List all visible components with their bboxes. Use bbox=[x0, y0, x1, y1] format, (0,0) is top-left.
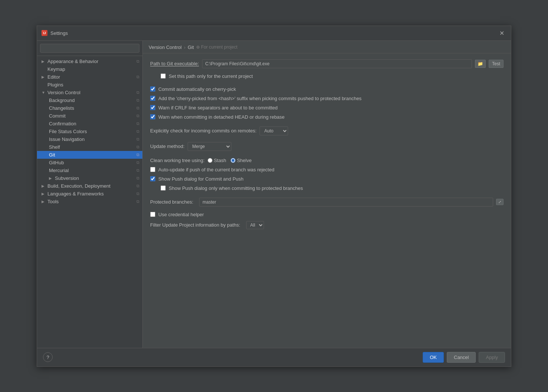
show-push-checkbox[interactable] bbox=[150, 176, 155, 181]
protected-branches-input[interactable] bbox=[199, 198, 493, 207]
arrow-icon: ▶ bbox=[42, 184, 46, 188]
breadcrumb-git: Git bbox=[188, 45, 194, 50]
show-push-row: Show Push dialog for Commit and Push bbox=[150, 176, 504, 182]
shelve-label-text: Shelve bbox=[237, 158, 252, 163]
arrow-icon: ▶ bbox=[42, 200, 46, 204]
copy-icon: ⧉ bbox=[136, 75, 139, 79]
help-button[interactable]: ? bbox=[43, 352, 53, 362]
sidebar-item-label: Keymap bbox=[47, 66, 65, 72]
sidebar-item-github[interactable]: GitHub ⧉ bbox=[37, 159, 142, 167]
update-method-select[interactable]: Merge Rebase Branch Default bbox=[188, 142, 231, 151]
show-push-protected-checkbox[interactable] bbox=[161, 185, 166, 191]
expand-protected-button[interactable]: ⤢ bbox=[496, 199, 504, 205]
title-bar-left: IJ Settings bbox=[42, 30, 68, 36]
shelve-radio-label[interactable]: Shelve bbox=[231, 158, 252, 163]
sidebar-item-label: Commit bbox=[49, 113, 66, 119]
cancel-button[interactable]: Cancel bbox=[447, 352, 476, 363]
cherry-pick-row: Commit automatically on cherry-pick bbox=[150, 86, 504, 92]
copy-icon: ⧉ bbox=[136, 168, 139, 173]
set-path-row: Set this path only for the current proje… bbox=[150, 73, 504, 79]
sidebar-item-label: Issue Navigation bbox=[49, 136, 85, 142]
sidebar-item-label: GitHub bbox=[49, 160, 64, 165]
sidebar-item-label: Shelf bbox=[49, 144, 60, 150]
breadcrumb: Version Control › Git ⊕ For current proj… bbox=[143, 41, 511, 53]
copy-icon: ⧉ bbox=[136, 106, 139, 111]
incoming-commits-label: Explicitly check for incoming commits on… bbox=[150, 128, 257, 134]
detached-head-row: Warn when committing in detached HEAD or… bbox=[150, 114, 504, 120]
ok-button[interactable]: OK bbox=[423, 352, 444, 363]
test-button[interactable]: Test bbox=[489, 60, 504, 68]
folder-browse-button[interactable]: 📁 bbox=[475, 60, 486, 68]
clean-tree-radios: Stash Shelve bbox=[208, 158, 252, 163]
shelve-radio[interactable] bbox=[231, 158, 235, 163]
git-path-input[interactable] bbox=[202, 59, 472, 68]
update-method-label: Update method: bbox=[150, 144, 185, 149]
credential-row: Use credential helper bbox=[150, 212, 504, 217]
set-path-checkbox[interactable] bbox=[161, 73, 166, 79]
filter-row: Filter Update Project information by pat… bbox=[150, 221, 504, 229]
sidebar-item-git[interactable]: Git ⧉ bbox=[37, 151, 142, 159]
sidebar-item-subversion[interactable]: ▶ Subversion ⧉ bbox=[37, 174, 142, 182]
credential-checkbox[interactable] bbox=[150, 212, 155, 217]
apply-button[interactable]: Apply bbox=[479, 352, 505, 363]
copy-icon: ⧉ bbox=[136, 152, 139, 157]
sidebar-item-label: Changelists bbox=[49, 105, 74, 111]
sidebar-item-appearance[interactable]: ▶ Appearance & Behavior ⧉ bbox=[37, 57, 142, 65]
sidebar-item-issue-navigation[interactable]: Issue Navigation ⧉ bbox=[37, 135, 142, 143]
sidebar-item-languages[interactable]: ▶ Languages & Frameworks ⧉ bbox=[37, 190, 142, 198]
auto-update-checkbox[interactable] bbox=[150, 167, 155, 172]
auto-update-label: Auto-update if push of the current branc… bbox=[158, 167, 274, 172]
sidebar-item-label: File Status Colors bbox=[49, 129, 87, 134]
sidebar-item-keymap[interactable]: Keymap bbox=[37, 65, 142, 73]
sidebar-item-label: Version Control bbox=[47, 90, 80, 95]
sidebar-item-confirmation[interactable]: Confirmation ⧉ bbox=[37, 120, 142, 128]
sidebar-item-changelists[interactable]: Changelists ⧉ bbox=[37, 104, 142, 112]
filter-label: Filter Update Project information by pat… bbox=[150, 222, 240, 228]
crlf-checkbox[interactable] bbox=[150, 105, 155, 110]
stash-label-text: Stash bbox=[214, 158, 226, 163]
copy-icon: ⧉ bbox=[136, 199, 139, 204]
sidebar-item-plugins[interactable]: Plugins bbox=[37, 81, 142, 89]
close-button[interactable]: ✕ bbox=[497, 29, 506, 37]
sidebar-item-shelf[interactable]: Shelf ⧉ bbox=[37, 143, 142, 151]
copy-icon: ⧉ bbox=[136, 176, 139, 181]
stash-radio[interactable] bbox=[208, 158, 212, 163]
footer: ? OK Cancel Apply bbox=[37, 348, 511, 366]
sidebar-item-background[interactable]: Background ⧉ bbox=[37, 96, 142, 104]
sidebar-item-file-status-colors[interactable]: File Status Colors ⧉ bbox=[37, 128, 142, 135]
sidebar-item-mercurial[interactable]: Mercurial ⧉ bbox=[37, 167, 142, 174]
cherry-pick-checkbox[interactable] bbox=[150, 86, 155, 92]
footer-buttons: OK Cancel Apply bbox=[423, 352, 505, 363]
update-method-row: Update method: Merge Rebase Branch Defau… bbox=[150, 142, 504, 151]
copy-icon: ⧉ bbox=[136, 59, 139, 64]
incoming-commits-row: Explicitly check for incoming commits on… bbox=[150, 126, 504, 135]
copy-icon: ⧉ bbox=[136, 90, 139, 95]
app-icon: IJ bbox=[42, 30, 47, 36]
stash-radio-label[interactable]: Stash bbox=[208, 158, 226, 163]
hash-suffix-checkbox[interactable] bbox=[150, 96, 155, 101]
arrow-icon: ▶ bbox=[42, 59, 46, 63]
sidebar-item-label: Git bbox=[49, 152, 55, 158]
search-input[interactable] bbox=[40, 44, 139, 53]
detached-head-checkbox[interactable] bbox=[150, 114, 155, 119]
copy-icon: ⧉ bbox=[136, 160, 139, 165]
sidebar-item-build-execution[interactable]: ▶ Build, Execution, Deployment ⧉ bbox=[37, 182, 142, 190]
incoming-commits-select[interactable]: Auto Always Never bbox=[260, 126, 288, 135]
sidebar-item-version-control[interactable]: ▼ Version Control ⧉ bbox=[37, 89, 142, 96]
filter-select[interactable]: All bbox=[246, 221, 264, 229]
copy-icon: ⧉ bbox=[136, 145, 139, 149]
arrow-icon: ▶ bbox=[49, 176, 53, 180]
sidebar-item-editor[interactable]: ▶ Editor ⧉ bbox=[37, 73, 142, 81]
copy-icon: ⧉ bbox=[136, 121, 139, 126]
title-bar: IJ Settings ✕ bbox=[37, 26, 511, 41]
sidebar-item-commit[interactable]: Commit ⧉ bbox=[37, 112, 142, 120]
sidebar-item-label: Tools bbox=[47, 199, 59, 204]
settings-panel: Path to Git executable: 📁 Test Set this … bbox=[143, 53, 511, 348]
settings-dialog: IJ Settings ✕ ▶ Appearance & Behavior ⧉ bbox=[37, 26, 511, 367]
git-path-row: Path to Git executable: 📁 Test bbox=[150, 59, 504, 68]
search-box bbox=[37, 41, 142, 56]
sidebar-item-label: Build, Execution, Deployment bbox=[47, 183, 110, 189]
sidebar-item-tools[interactable]: ▶ Tools ⧉ bbox=[37, 198, 142, 205]
copy-icon: ⧉ bbox=[136, 113, 139, 118]
protected-branches-row: Protected branches: ⤢ bbox=[150, 198, 504, 207]
